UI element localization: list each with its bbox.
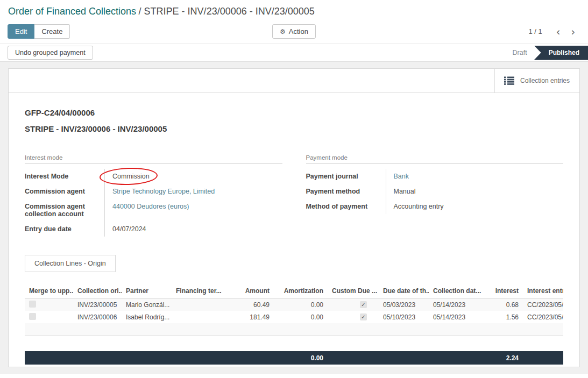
total-custom_due: [328, 355, 379, 361]
control-bar: Edit Create ⚙ Action 1 / 1 ‹ ›: [0, 20, 588, 44]
cell-amortization: 0.00: [274, 298, 328, 311]
column-header-origin[interactable]: Collection ori...: [73, 284, 122, 298]
total-amortization: 0.00: [274, 352, 328, 365]
field-value: Manual: [386, 184, 564, 199]
red-circle-annotation: [99, 167, 158, 186]
merge-checkbox[interactable]: [29, 301, 36, 308]
breadcrumb-current: STRIPE - INV/23/00006 - INV/23/00005: [144, 6, 315, 17]
cell-financing: [172, 302, 225, 308]
cell-amount: 60.49: [225, 298, 274, 311]
total-interest_entry: [523, 355, 563, 361]
status-draft[interactable]: Draft: [513, 49, 527, 56]
content-area: Collection entries GFP-C24/04/00006 STRI…: [0, 62, 588, 374]
column-header-amortization[interactable]: Amortization: [274, 284, 328, 298]
field-row: Method of paymentAccounting entry: [306, 199, 564, 214]
field-row: Entry due date04/07/2024: [25, 222, 282, 237]
column-header-due_date[interactable]: Due date of th...: [379, 284, 429, 298]
status-published[interactable]: Published: [534, 46, 588, 60]
create-button[interactable]: Create: [34, 24, 70, 39]
status-row: Undo grouped payment DraftPublished: [0, 44, 588, 62]
total-financing: [172, 355, 225, 361]
total-interest: 2.24: [485, 352, 523, 365]
field-label: Payment method: [306, 184, 386, 199]
undo-grouped-payment-button[interactable]: Undo grouped payment: [8, 46, 93, 60]
cell-due_date: 05/03/2023: [379, 298, 429, 311]
field-label: Interest Mode: [25, 169, 104, 184]
cell-financing: [172, 315, 225, 320]
form-sheet: Collection entries GFP-C24/04/00006 STRI…: [8, 68, 580, 367]
total-amount: [225, 355, 274, 361]
list-icon: [504, 76, 514, 85]
field-value: 04/07/2024: [104, 222, 282, 237]
cell-merge: [25, 310, 73, 324]
breadcrumb-parent-link[interactable]: Order of Financed Collections: [8, 6, 136, 17]
field-label: Commission agent: [25, 184, 104, 199]
custom_due-checkbox[interactable]: ✓: [360, 301, 367, 308]
payment-mode-group: Payment mode Payment journalBankPayment …: [306, 154, 564, 237]
column-header-custom_due[interactable]: Custom Due ...: [328, 284, 379, 298]
field-value: Accounting entry: [386, 199, 564, 214]
table-row[interactable]: INV/23/00005Mario Gonzál...60.490.00✓05/…: [25, 298, 563, 311]
cell-origin: INV/23/00005: [73, 298, 122, 311]
column-header-partner[interactable]: Partner: [122, 284, 172, 298]
field-value[interactable]: Stripe Technology Europe, Limited: [104, 184, 282, 199]
action-button-label: Action: [289, 27, 308, 35]
cell-collection_date: 05/14/2023: [429, 298, 485, 311]
cell-amount: 181.49: [225, 311, 274, 324]
field-row: Interest ModeCommission: [25, 169, 282, 184]
total-collection_date: [429, 355, 485, 361]
cell-interest: 0.68: [485, 298, 523, 311]
empty-row[interactable]: [25, 323, 563, 336]
cell-partner: Mario Gonzál...: [122, 298, 172, 311]
total-origin: [73, 355, 122, 361]
field-groups: Interest mode Interest ModeCommissionCom…: [25, 154, 563, 237]
table-row[interactable]: INV/23/00006Isabel Rodríg...181.490.00✓0…: [25, 311, 563, 323]
table-totals-row: 0.002.24: [25, 351, 563, 365]
field-label: Method of payment: [306, 199, 386, 214]
table-body: INV/23/00005Mario Gonzál...60.490.00✓05/…: [25, 298, 563, 336]
field-value[interactable]: Bank: [386, 169, 564, 184]
column-header-interest[interactable]: Interest: [485, 284, 523, 298]
column-header-merge[interactable]: Merge to upp...: [25, 284, 73, 298]
custom_due-checkbox[interactable]: ✓: [360, 313, 367, 320]
cell-custom_due: ✓: [328, 298, 379, 311]
pager-prev-icon[interactable]: ‹: [552, 28, 565, 35]
action-button[interactable]: ⚙ Action: [272, 24, 316, 39]
breadcrumb-separator: /: [139, 6, 144, 17]
cell-due_date: 05/10/2023: [379, 311, 429, 324]
column-header-collection_date[interactable]: Collection dat...: [429, 284, 485, 298]
collection-entries-label: Collection entries: [520, 77, 570, 84]
field-row: Payment journalBank: [306, 169, 564, 184]
table-header-row: Merge to upp...Collection ori...PartnerF…: [25, 284, 563, 298]
total-partner: [122, 355, 172, 361]
edit-button[interactable]: Edit: [8, 24, 34, 39]
cell-interest_entry: CC/2023/05/...: [523, 298, 563, 311]
sheet-body: GFP-C24/04/00006 STRIPE - INV/23/00006 -…: [9, 93, 579, 365]
button-box: Collection entries: [9, 69, 579, 93]
collection-lines-table: Merge to upp...Collection ori...PartnerF…: [25, 284, 563, 365]
pager-value: 1 / 1: [528, 27, 542, 35]
field-row: Commission agentStripe Technology Europe…: [25, 184, 282, 199]
field-row: Payment methodManual: [306, 184, 564, 199]
field-label: Commission agent collection account: [25, 199, 104, 222]
interest-mode-group: Interest mode Interest ModeCommissionCom…: [25, 154, 282, 237]
edit-create-group: Edit Create: [8, 24, 70, 39]
pager-next-icon[interactable]: ›: [566, 28, 579, 35]
field-label: Payment journal: [306, 169, 386, 184]
payment-mode-group-title: Payment mode: [306, 154, 564, 164]
field-value: Commission: [104, 169, 282, 184]
gear-icon: ⚙: [280, 28, 286, 35]
column-header-amount[interactable]: Amount: [225, 284, 274, 298]
cell-partner: Isabel Rodríg...: [122, 311, 172, 324]
tab-collection-lines-origin[interactable]: Collection Lines - Origin: [25, 255, 116, 272]
cell-interest_entry: CC/2023/05/...: [523, 311, 563, 324]
column-header-interest_entry[interactable]: Interest entry: [523, 284, 563, 298]
pager: 1 / 1 ‹ ›: [528, 27, 579, 35]
collection-entries-button[interactable]: Collection entries: [494, 69, 579, 92]
field-row: Commission agent collection account44000…: [25, 199, 282, 222]
field-value[interactable]: 440000 Deudores (euros): [104, 199, 282, 222]
merge-checkbox[interactable]: [29, 313, 36, 320]
cell-amortization: 0.00: [274, 311, 328, 324]
column-header-financing[interactable]: Financing ter...: [172, 284, 225, 298]
cell-origin: INV/23/00006: [73, 311, 122, 324]
